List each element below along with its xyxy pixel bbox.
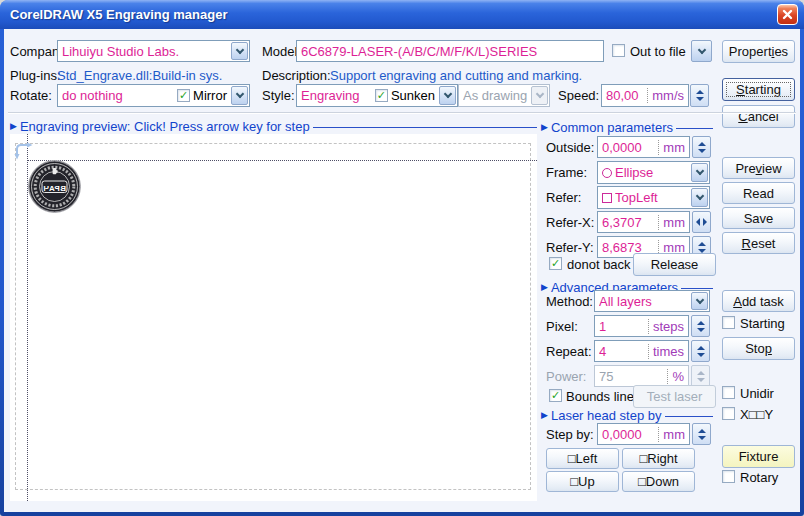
fixture-button[interactable]: Fixture [722, 445, 795, 468]
save-button[interactable]: Save [722, 207, 795, 229]
spinner-down-icon [697, 378, 705, 382]
cancel-button[interactable]: Cancel [722, 105, 795, 128]
out-to-file-dropdown[interactable] [691, 40, 712, 62]
plugins-value: Std_Engrave.dll:Build-in sys. [57, 69, 222, 82]
outside-stepper[interactable] [692, 136, 711, 158]
rotary-checkbox[interactable] [722, 470, 735, 483]
scan-direction-icon [14, 142, 34, 160]
pixel-unit: steps [648, 319, 684, 334]
step-left-button[interactable]: □Left [546, 448, 619, 469]
pixel-input[interactable]: 1 steps [594, 315, 689, 337]
rotate-select[interactable]: do nothing ✓ Mirror [57, 84, 250, 107]
chevron-down-icon[interactable] [439, 86, 456, 105]
refer-value: TopLeft [615, 190, 687, 205]
repeat-stepper[interactable] [691, 340, 710, 362]
preview-button-label: Preview [735, 161, 781, 176]
bounds-line-checkbox[interactable]: ✓ [549, 389, 562, 402]
refer-select[interactable]: TopLeft [597, 186, 710, 209]
engraving-preview-canvas[interactable]: ВРАЧ [10, 134, 537, 501]
topleft-icon [602, 193, 612, 203]
power-input: 75 % [594, 365, 689, 387]
unidir-label: Unidir [740, 387, 774, 400]
spinner-up-icon [698, 242, 706, 246]
step-left-button-label: □Left [568, 451, 598, 466]
step-by-stepper[interactable] [692, 423, 711, 445]
speed-label: Speed: [558, 89, 599, 102]
title-bar[interactable]: CorelDRAW X5 Engraving manager [0, 0, 804, 29]
stamp-image: ВРАЧ [28, 160, 81, 213]
mirror-checkbox[interactable]: ✓ [177, 89, 190, 102]
chevron-down-icon[interactable] [231, 42, 248, 60]
stop-button-label: Stop [745, 341, 772, 356]
chevron-down-icon[interactable] [691, 163, 708, 182]
pixel-stepper[interactable] [691, 315, 710, 337]
style-value: Engraving [301, 88, 372, 103]
starting-checkbox[interactable] [722, 316, 735, 329]
style-select[interactable]: Engraving ✓ Sunken [296, 84, 458, 107]
chevron-down-icon[interactable] [691, 292, 708, 310]
release-button-label: Release [651, 257, 699, 272]
page-boundary [15, 143, 531, 490]
outside-unit: mm [658, 140, 685, 155]
out-to-file-checkbox[interactable] [612, 44, 625, 57]
spinner-up-icon [697, 321, 705, 325]
unidir-checkbox[interactable] [722, 386, 735, 399]
preview-button[interactable]: Preview [722, 157, 795, 179]
reset-button[interactable]: Reset [722, 232, 795, 254]
step-right-button[interactable]: □Right [622, 448, 695, 469]
power-value: 75 [599, 369, 664, 384]
spinner-down-icon [697, 353, 705, 357]
close-button[interactable] [777, 4, 798, 25]
step-by-input[interactable]: 0,0000 mm [597, 423, 690, 445]
step-down-button-label: □Down [638, 474, 679, 489]
spinner-right-icon [703, 218, 707, 226]
frame-select[interactable]: Ellipse [597, 161, 710, 184]
section-arrow-icon: ▶ [541, 123, 548, 132]
xy-checkbox[interactable] [722, 407, 735, 420]
company-select[interactable]: Lihuiyu Studio Labs. [57, 40, 250, 62]
speed-input[interactable]: 80,00 mm/s [601, 84, 689, 107]
repeat-input[interactable]: 4 times [594, 340, 689, 362]
starting-button[interactable]: Starting [722, 78, 795, 101]
model-input[interactable]: 6C6879-LASER-(A/B/C/M/F/K/L)SERIES [296, 40, 604, 62]
repeat-unit: times [648, 344, 684, 359]
add-task-button[interactable]: Add task [722, 290, 795, 312]
style-label: Style: [262, 89, 295, 102]
description-label: Description: [262, 69, 331, 82]
refer-y-label: Refer-Y: [546, 241, 594, 254]
properties-button[interactable]: Properties [722, 40, 795, 63]
sunken-checkbox[interactable]: ✓ [375, 89, 388, 102]
spinner-down-icon [697, 328, 705, 332]
repeat-label: Repeat: [546, 345, 592, 358]
chevron-down-icon[interactable] [231, 86, 248, 105]
close-icon [782, 9, 793, 20]
step-up-button[interactable]: □Up [546, 471, 619, 492]
spinner-up-icon [697, 346, 705, 350]
speed-unit: mm/s [647, 88, 684, 103]
company-value: Lihuiyu Studio Labs. [62, 44, 227, 59]
model-value: 6C6879-LASER-(A/B/C/M/F/K/L)SERIES [301, 44, 599, 59]
step-by-value: 0,0000 [602, 427, 655, 442]
section-arrow-icon: ▶ [541, 283, 548, 292]
stop-button[interactable]: Stop [722, 337, 795, 360]
as-drawing-select: As drawing [458, 84, 550, 107]
bounds-line-label: Bounds line [566, 390, 634, 403]
test-laser-button: Test laser [633, 385, 716, 408]
mirror-label: Mirror [193, 88, 227, 103]
donot-back-checkbox[interactable]: ✓ [549, 257, 562, 270]
fixture-button-label: Fixture [739, 449, 779, 464]
test-laser-button-label: Test laser [647, 389, 703, 404]
speed-stepper[interactable] [690, 84, 709, 107]
section-arrow-icon: ▶ [541, 411, 548, 420]
chevron-down-icon[interactable] [691, 188, 708, 207]
outside-input[interactable]: 0,0000 mm [597, 136, 690, 158]
read-button[interactable]: Read [722, 182, 795, 204]
method-value: All layers [599, 294, 687, 309]
refer-x-input[interactable]: 6,3707 mm [597, 211, 690, 233]
release-button[interactable]: Release [633, 253, 716, 276]
step-down-button[interactable]: □Down [622, 471, 695, 492]
spinner-down-icon [698, 249, 706, 253]
refer-x-unit: mm [658, 215, 685, 230]
method-select[interactable]: All layers [594, 290, 710, 312]
refer-x-stepper[interactable] [692, 211, 711, 233]
